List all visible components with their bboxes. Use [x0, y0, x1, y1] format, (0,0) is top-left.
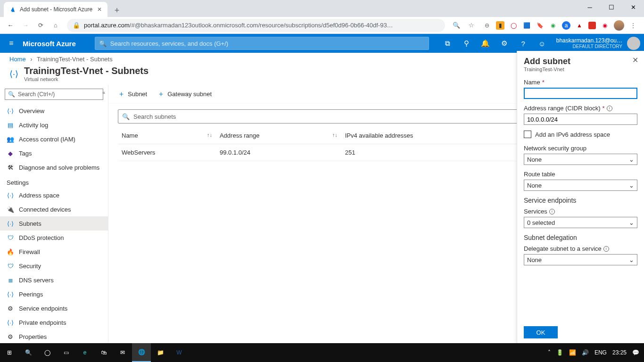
sidebar-search-placeholder: Search (Ctrl+/) — [18, 91, 55, 98]
forward-button[interactable]: → — [19, 19, 32, 32]
subnet-name-input[interactable] — [524, 88, 637, 99]
hamburger-icon[interactable]: ≡ — [0, 39, 23, 48]
clock[interactable]: 23:25 — [612, 349, 627, 356]
start-button[interactable]: ⊞ — [0, 343, 19, 362]
sidebar-item-service-endpoints[interactable]: ⚙Service endpoints — [0, 301, 108, 315]
back-button[interactable]: ← — [4, 19, 17, 32]
new-tab-button[interactable]: + — [110, 4, 124, 17]
ok-button[interactable]: OK — [524, 326, 558, 338]
collapse-sidebar-icon[interactable]: « — [102, 90, 105, 95]
sidebar-item-activity-log[interactable]: ▤Activity log — [0, 118, 108, 132]
sidebar-item-connected-devices[interactable]: 🔌Connected devices — [0, 202, 108, 216]
info-icon[interactable]: i — [603, 246, 609, 252]
reload-button[interactable]: ⟳ — [34, 19, 47, 32]
ext-icon[interactable]: ◉ — [549, 21, 557, 30]
sidebar-item-access-control-iam-[interactable]: 👥Access control (IAM) — [0, 132, 108, 146]
help-icon[interactable]: ? — [514, 34, 533, 53]
home-button[interactable]: ⌂ — [49, 19, 62, 32]
ext-icon[interactable]: a — [562, 21, 570, 30]
route-label: Route table — [524, 171, 637, 178]
col-range[interactable]: Address range↑↓ — [216, 127, 341, 144]
tray-chevron-icon[interactable]: ˄ — [548, 349, 551, 356]
sidebar-search-input[interactable]: 🔍 Search (Ctrl+/) — [5, 89, 103, 100]
sidebar-item-firewall[interactable]: 🔥Firewall — [0, 245, 108, 259]
sidebar-item-private-endpoints[interactable]: ⟨·⟩Private endpoints — [0, 315, 108, 329]
info-icon[interactable]: i — [607, 106, 612, 111]
add-subnet-panel: ✕ Add subnet TrainingTest-Vnet Name* Add… — [517, 51, 644, 343]
tab-title: Add subnet - Microsoft Azure — [20, 6, 93, 13]
cell-name: WebServers — [118, 144, 216, 161]
mail-icon[interactable]: ✉ — [113, 343, 132, 362]
browser-tab-active[interactable]: Add subnet - Microsoft Azure ✕ — [4, 2, 107, 17]
sidebar-item-tags[interactable]: ◆Tags — [0, 146, 108, 160]
services-select[interactable]: 0 selected⌄ — [524, 217, 637, 228]
taskbar-search-icon[interactable]: 🔍 — [19, 343, 38, 362]
minimize-button[interactable]: ─ — [579, 0, 601, 14]
sidebar-item-properties[interactable]: ⚙Properties — [0, 329, 108, 344]
zoom-icon[interactable]: 🔍 — [450, 19, 463, 32]
store-icon[interactable]: 🛍 — [94, 343, 113, 362]
cloud-shell-icon[interactable]: ⧉ — [438, 34, 457, 53]
azure-search-input[interactable]: 🔍 Search resources, services, and docs (… — [95, 37, 429, 50]
chrome-menu-icon[interactable]: ⋮ — [629, 21, 637, 30]
sidebar-item-peerings[interactable]: ⟨·⟩Peerings — [0, 287, 108, 301]
language-indicator[interactable]: ENG — [594, 349, 607, 356]
settings-icon[interactable]: ⚙ — [495, 34, 514, 53]
ipv6-checkbox-row[interactable]: Add an IPv6 address space — [524, 131, 637, 138]
notifications-icon[interactable]: 🔔 — [476, 34, 495, 53]
panel-title: Add subnet — [524, 57, 637, 66]
maximize-button[interactable]: ☐ — [601, 0, 622, 14]
battery-icon[interactable]: 🔋 — [556, 349, 563, 356]
ext-icon[interactable]: ▲ — [575, 21, 584, 30]
ext-icon[interactable]: ⊖ — [483, 21, 491, 30]
ext-icon[interactable] — [588, 22, 596, 29]
account-info[interactable]: bhaskarmadan.123@ou… DEFAULT DIRECTORY — [552, 37, 627, 49]
delegate-select[interactable]: None⌄ — [524, 254, 637, 265]
sidebar-item-ddos-protection[interactable]: 🛡DDoS protection — [0, 230, 108, 245]
close-panel-icon[interactable]: ✕ — [632, 56, 638, 65]
avatar[interactable] — [627, 37, 640, 50]
ext-icon[interactable]: 🟦 — [522, 21, 531, 30]
explorer-icon[interactable]: 📁 — [151, 343, 170, 362]
wifi-icon[interactable]: 📶 — [569, 349, 576, 356]
close-icon[interactable]: ✕ — [97, 6, 102, 13]
sidebar-item-subnets[interactable]: ⟨·⟩Subnets — [0, 216, 108, 230]
filter-icon[interactable]: ⚲ — [457, 34, 476, 53]
chrome-icon[interactable]: 🌐 — [132, 343, 151, 362]
ext-icon[interactable]: ◯ — [509, 21, 518, 30]
breadcrumb-home[interactable]: Home — [9, 56, 26, 63]
checkbox-icon[interactable] — [524, 131, 531, 138]
info-icon[interactable]: i — [549, 209, 555, 214]
close-window-button[interactable]: ✕ — [622, 0, 644, 14]
col-name[interactable]: Name↑↓ — [118, 127, 216, 144]
sidebar-item-label: Activity log — [19, 122, 48, 129]
word-icon[interactable]: W — [170, 343, 189, 362]
add-subnet-button[interactable]: ＋ Subnet — [118, 90, 147, 99]
sidebar-item-address-space[interactable]: ⟨·⟩Address space — [0, 188, 108, 202]
azure-logo[interactable]: Microsoft Azure — [23, 40, 95, 48]
add-gateway-subnet-button[interactable]: ＋ Gateway subnet — [157, 90, 212, 99]
address-bar[interactable]: 🔒 portal.azure.com/#@bhaskarmadan123outl… — [67, 19, 445, 32]
sidebar-item-dns-servers[interactable]: ≣DNS servers — [0, 273, 108, 287]
profile-avatar[interactable] — [614, 20, 624, 31]
feedback-icon[interactable]: ☺ — [533, 34, 552, 53]
cidr-input[interactable] — [524, 114, 637, 125]
breadcrumb-current: TrainingTest-Vnet - Subnets — [37, 56, 113, 63]
col-ipv4[interactable]: IPv4 available addresses↑↓ — [341, 127, 534, 144]
ext-icon[interactable]: 🔖 — [536, 21, 544, 30]
route-select[interactable]: None⌄ — [524, 180, 637, 191]
sidebar-item-overview[interactable]: ⟨·⟩Overview — [0, 104, 108, 118]
sidebar-item-security[interactable]: 🛡Security — [0, 259, 108, 273]
ext-icon[interactable]: ▮ — [496, 21, 504, 30]
nsg-select[interactable]: None⌄ — [524, 154, 637, 165]
sidebar-item-label: Peerings — [19, 291, 43, 298]
sidebar-item-diagnose-and-solve-problems[interactable]: 🛠Diagnose and solve problems — [0, 160, 108, 174]
task-view-icon[interactable]: ▭ — [57, 343, 75, 362]
star-icon[interactable]: ☆ — [465, 19, 478, 32]
action-center-icon[interactable]: 💬 — [632, 349, 639, 356]
ext-icon[interactable]: ◉ — [601, 21, 609, 30]
edge-icon[interactable]: e — [75, 343, 94, 362]
volume-icon[interactable]: 🔊 — [582, 349, 589, 356]
chevron-down-icon: ⌄ — [629, 256, 634, 263]
cortana-icon[interactable]: ◯ — [38, 343, 57, 362]
